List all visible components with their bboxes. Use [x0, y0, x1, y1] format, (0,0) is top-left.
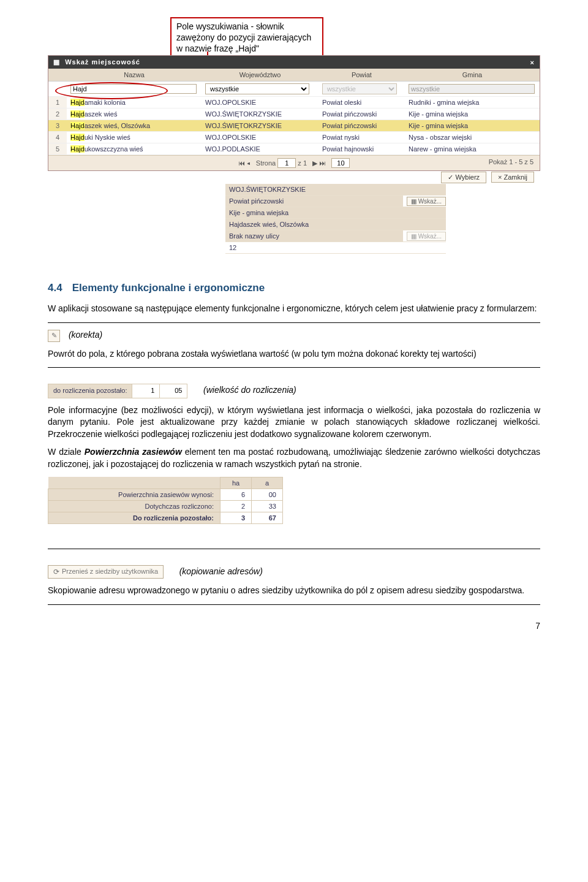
rozl-caption: (wielkość do rozliczenia): [203, 386, 296, 395]
powierzchnia-table: ha a Powierzchnia zasiewów wynosi: 6 00 …: [48, 477, 283, 524]
detail-gmina: Kije - gmina wiejska: [225, 207, 446, 218]
wskaz-button[interactable]: ▦ Wskaż...: [407, 197, 446, 206]
copy-block: ⟳ Przenieś z siedziby użytkownika (kopio…: [48, 565, 540, 579]
table-row[interactable]: 4Hajduki Nyskie wieśWOJ.OPOLSKIEPowiat n…: [48, 132, 540, 143]
col-gmina[interactable]: Gmina: [405, 69, 540, 82]
col-ha: ha: [221, 477, 252, 489]
pager: ⏮ ◀ Strona z 1 ▶ ⏭ Pokaż 1 - 5 z 5: [48, 155, 540, 170]
wskaz-button-disabled: ▦ Wskaż...: [407, 232, 446, 241]
rozl-label: do rozliczenia pozostało:: [48, 384, 132, 398]
filter-gmina-input: [409, 84, 535, 94]
korekta-block: ✎ (korekta): [48, 329, 540, 342]
section-intro: W aplikacji stosowane są następujące ele…: [48, 303, 540, 315]
rozl-value-1: 1: [132, 384, 160, 398]
callout-search-field: Pole wyszukiwania - słownik zawężony do …: [170, 17, 323, 58]
rozl-desc-2: W dziale Powierzchnia zasiewów element t…: [48, 446, 540, 470]
korekta-label: (korekta): [69, 330, 102, 340]
rozl-desc-1: Pole informacyjne (bez możliwości edycji…: [48, 405, 540, 441]
copy-caption: (kopiowanie adresów): [179, 566, 263, 576]
detail-powiat: Powiat pińczowski: [225, 196, 403, 207]
detail-woj: WOJ.ŚWIĘTOKRZYSKIE: [225, 184, 446, 195]
zamknij-button[interactable]: × Zamknij: [491, 172, 534, 183]
col-woj[interactable]: Województwo: [202, 69, 318, 82]
rozl-block: do rozliczenia pozostało: 1 05 (wielkość…: [48, 384, 540, 398]
table-row[interactable]: 5Hajdukowszczyzna wieśWOJ.PODLASKIEPowia…: [48, 143, 540, 155]
refresh-icon: ⟳: [53, 567, 59, 577]
detail-miejscowosc: Hajdaszek wieś, Olszówka: [225, 219, 446, 230]
col-powiat[interactable]: Powiat: [318, 69, 405, 82]
table-row[interactable]: 1Hajdamaki koloniaWOJ.OPOLSKIEPowiat ole…: [48, 97, 540, 108]
locality-lookup-dialog: ▦ Wskaż miejscowość × Nazwa Województwo …: [48, 55, 540, 171]
page-number: 7: [48, 621, 540, 631]
filter-nazwa-input[interactable]: [70, 84, 197, 94]
korekta-desc: Powrót do pola, z którego pobrana został…: [48, 348, 540, 360]
address-detail-panel: WOJ.ŚWIĘTOKRZYSKIE Powiat pińczowski ▦ W…: [225, 184, 446, 254]
section-heading: 4.4Elementy funkcjonalne i ergonomiczne: [48, 282, 540, 294]
table-row[interactable]: 2Hajdaszek wieśWOJ.ŚWIĘTOKRZYSKIEPowiat …: [48, 108, 540, 120]
copy-address-button[interactable]: ⟳ Przenieś z siedziby użytkownika: [48, 565, 164, 579]
lookup-table: Nazwa Województwo Powiat Gmina wszystkie…: [48, 69, 540, 155]
table-row[interactable]: 3Hajdaszek wieś, OlszówkaWOJ.ŚWIĘTOKRZYS…: [48, 120, 540, 132]
pencil-icon[interactable]: ✎: [48, 330, 60, 342]
col-a: a: [252, 477, 283, 489]
detail-nr[interactable]: 12: [225, 242, 257, 253]
col-idx: [48, 69, 67, 82]
filter-powiat-select: wszystkie: [322, 83, 398, 94]
pager-page-input[interactable]: [277, 158, 296, 168]
close-icon[interactable]: ×: [530, 59, 535, 66]
filter-woj-select[interactable]: wszystkie: [205, 83, 309, 94]
screenshot-area: Pole wyszukiwania - słownik zawężony do …: [48, 12, 540, 257]
pager-summary: Pokaż 1 - 5 z 5: [489, 158, 533, 165]
dialog-title: ▦ Wskaż miejscowość: [53, 58, 140, 66]
pager-size-input[interactable]: [331, 158, 350, 168]
rozl-value-2: 05: [160, 384, 187, 398]
copy-desc: Skopiowanie adresu wprowadzonego w pytan…: [48, 585, 540, 597]
col-nazwa[interactable]: Nazwa: [67, 69, 202, 82]
wybierz-button[interactable]: ✓ Wybierz: [441, 172, 486, 183]
detail-ulica: Brak nazwy ulicy: [225, 230, 403, 241]
